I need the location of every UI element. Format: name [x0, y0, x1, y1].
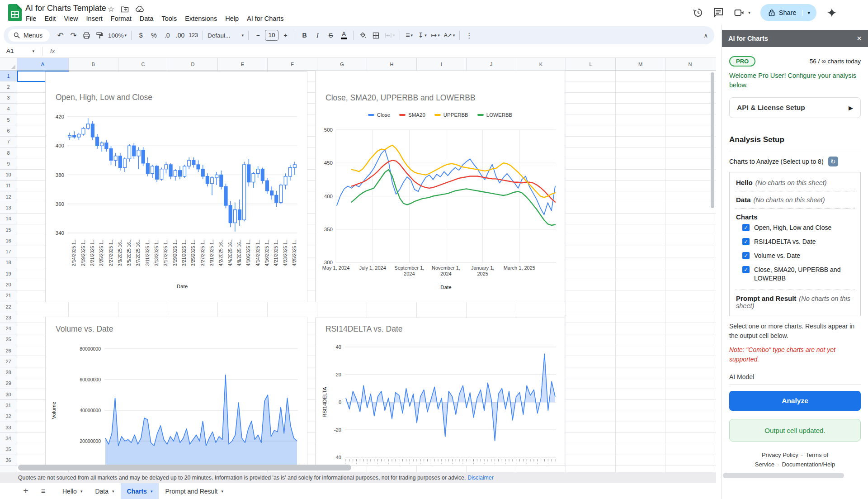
chart-checkbox-row[interactable]: ✓RSI14DELTA vs. Date — [736, 235, 854, 249]
share-caret-icon[interactable]: ▾ — [802, 10, 816, 16]
refresh-charts-icon[interactable]: ↻ — [828, 157, 838, 166]
move-to-folder-icon[interactable] — [121, 6, 129, 13]
chart-checkbox-row[interactable]: ✓Volume vs. Date — [736, 249, 854, 263]
row-header-33[interactable]: 33 — [0, 422, 17, 433]
format-currency-button[interactable]: $ — [135, 29, 147, 42]
checkbox-checked[interactable]: ✓ — [742, 224, 750, 231]
row-header-4[interactable]: 4 — [0, 104, 17, 114]
row-header-23[interactable]: 23 — [0, 312, 17, 323]
menus-search-button[interactable]: Menus — [8, 29, 50, 42]
row-header-17[interactable]: 17 — [0, 246, 17, 257]
bold-button[interactable]: B — [298, 29, 311, 42]
column-header-H[interactable]: H — [367, 58, 417, 70]
row-header-26[interactable]: 26 — [0, 345, 17, 356]
column-header-D[interactable]: D — [168, 58, 218, 70]
text-wrap-button[interactable]: ↦▾ — [429, 29, 442, 42]
tab-data[interactable]: Data▾ — [89, 483, 120, 499]
chart-bollinger[interactable]: Close, SMA20, UPPERBB and LOWERBB CloseS… — [315, 70, 565, 302]
borders-button[interactable] — [370, 29, 382, 42]
tab-charts[interactable]: Charts▾ — [121, 483, 159, 499]
footer-link-documentation-help[interactable]: Documentation/Help — [782, 461, 835, 468]
name-box-caret-icon[interactable]: ▾ — [32, 49, 34, 53]
font-size-input[interactable]: 10 — [265, 30, 278, 41]
column-header-L[interactable]: L — [566, 58, 616, 70]
column-header-M[interactable]: M — [616, 58, 665, 70]
text-color-button[interactable]: A — [338, 29, 350, 42]
cloud-saved-icon[interactable] — [135, 6, 144, 13]
paint-format-button[interactable] — [94, 29, 106, 42]
font-select[interactable]: Defaul...▾ — [206, 29, 245, 42]
select-all-corner[interactable] — [0, 58, 17, 70]
chart-checkbox-row[interactable]: ✓Open, High, Low and Close — [736, 221, 854, 235]
video-call-caret-icon[interactable]: ▾ — [748, 10, 750, 15]
chart-ohlc[interactable]: Open, High, Low and Close 34036038040042… — [45, 71, 307, 302]
column-header-A[interactable]: A — [17, 58, 69, 70]
disclaimer-link[interactable]: Disclaimer — [467, 475, 493, 481]
menu-file[interactable]: File — [22, 14, 40, 24]
zoom-select[interactable]: 100%▾ — [107, 29, 128, 42]
format-percent-button[interactable]: % — [148, 29, 160, 42]
row-header-2[interactable]: 2 — [0, 81, 17, 92]
chart-checkbox-row[interactable]: ✓Close, SMA20, UPPERBB and LOWERBB — [736, 263, 854, 285]
tab-caret-icon[interactable]: ▾ — [151, 489, 153, 494]
chart-rsi[interactable]: RSI14DELTA vs. Date -40-2002040RSI14DELT… — [315, 318, 565, 466]
more-options-button[interactable]: ⋮ — [463, 29, 475, 42]
row-header-22[interactable]: 22 — [0, 301, 17, 312]
tab-caret-icon[interactable]: ▾ — [112, 489, 114, 494]
checkbox-checked[interactable]: ✓ — [742, 266, 750, 273]
column-header-E[interactable]: E — [218, 58, 268, 70]
chart-volume[interactable]: Volume vs. Date 200000004000000060000000… — [45, 317, 307, 466]
row-header-25[interactable]: 25 — [0, 334, 17, 345]
spreadsheet-grid[interactable]: ABCDEFGHIJKLMN 1234567891011121314151617… — [0, 58, 716, 472]
menu-help[interactable]: Help — [221, 14, 243, 24]
row-header-3[interactable]: 3 — [0, 93, 17, 104]
menu-data[interactable]: Data — [136, 14, 158, 24]
row-header-1[interactable]: 1 — [0, 71, 17, 81]
row-header-28[interactable]: 28 — [0, 367, 17, 378]
column-header-C[interactable]: C — [118, 58, 168, 70]
decrease-decimals-button[interactable]: .0 — [161, 29, 173, 42]
text-rotation-button[interactable]: A↗▾ — [443, 29, 457, 42]
column-header-I[interactable]: I — [417, 58, 467, 70]
menu-tools[interactable]: Tools — [157, 14, 181, 24]
decrease-font-size-button[interactable]: − — [252, 29, 264, 42]
close-sidebar-icon[interactable]: × — [857, 33, 862, 43]
checkbox-checked[interactable]: ✓ — [742, 238, 750, 245]
row-header-9[interactable]: 9 — [0, 158, 17, 169]
row-header-6[interactable]: 6 — [0, 125, 17, 136]
menu-view[interactable]: View — [60, 14, 82, 24]
footer-link-privacy-policy[interactable]: Privacy Policy — [762, 451, 798, 458]
row-header-29[interactable]: 29 — [0, 378, 17, 389]
row-header-12[interactable]: 12 — [0, 191, 17, 202]
redo-button[interactable]: ↷ — [67, 29, 80, 42]
analyze-button[interactable]: Analyze — [729, 391, 861, 411]
video-call-icon[interactable] — [734, 7, 745, 18]
menu-insert[interactable]: Insert — [82, 14, 107, 24]
row-header-27[interactable]: 27 — [0, 356, 17, 367]
menu-ai-for-charts[interactable]: AI for Charts — [243, 14, 288, 24]
avatar[interactable]: N — [847, 5, 862, 20]
star-icon[interactable]: ☆ — [108, 5, 114, 14]
row-header-15[interactable]: 15 — [0, 224, 17, 235]
row-header-11[interactable]: 11 — [0, 181, 17, 191]
column-header-G[interactable]: G — [317, 58, 367, 70]
legend-item-sma20[interactable]: SMA20 — [399, 112, 425, 118]
tab-prompt-and-result[interactable]: Prompt and Result▾ — [159, 483, 229, 499]
legend-item-lowerbb[interactable]: LOWERBB — [477, 112, 513, 118]
row-header-7[interactable]: 7 — [0, 137, 17, 147]
row-header-34[interactable]: 34 — [0, 433, 17, 444]
sidebar-scrollbar[interactable] — [723, 473, 844, 478]
document-title[interactable]: AI for Charts Template — [25, 4, 106, 13]
version-history-icon[interactable] — [692, 7, 703, 18]
formula-input[interactable] — [55, 44, 716, 57]
row-header-31[interactable]: 31 — [0, 400, 17, 411]
sheets-logo-icon[interactable] — [7, 4, 23, 21]
share-button[interactable]: Share ▾ — [760, 4, 816, 21]
column-header-B[interactable]: B — [69, 58, 118, 70]
row-header-21[interactable]: 21 — [0, 290, 17, 301]
column-header-K[interactable]: K — [516, 58, 566, 70]
collapse-toolbar-icon[interactable]: ∧ — [703, 32, 708, 39]
legend-item-close[interactable]: Close — [368, 112, 390, 118]
column-header-J[interactable]: J — [467, 58, 516, 70]
row-header-20[interactable]: 20 — [0, 279, 17, 290]
